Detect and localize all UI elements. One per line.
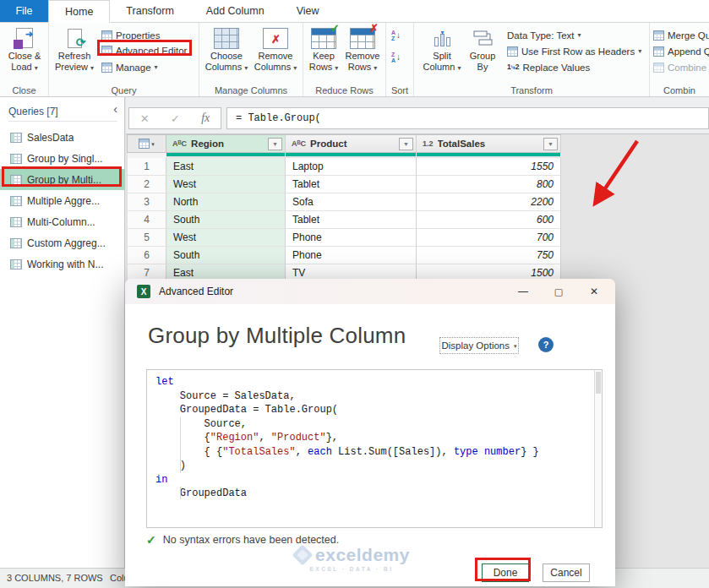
filter-dropdown-icon[interactable]: ▼	[268, 138, 282, 150]
cell-product[interactable]: Tablet	[286, 211, 417, 229]
sort-ascending-button[interactable]: AZ ↓	[391, 28, 401, 42]
cell-totalsales[interactable]: 700	[417, 229, 561, 247]
close-button[interactable]: ✕	[580, 279, 608, 304]
group-label-reduce-rows: Reduce Rows	[303, 85, 385, 95]
query-item[interactable]: Multi-Column...	[0, 211, 125, 232]
code-line: GroupedData = Table.Group(	[155, 403, 586, 417]
properties-button[interactable]: Properties	[101, 28, 160, 42]
caret-down-icon: ▾	[293, 64, 297, 72]
green-check-icon: ✓	[146, 533, 156, 547]
choose-columns-button[interactable]: Choose Columns ▾	[205, 26, 248, 73]
combine-files-icon	[653, 63, 664, 73]
cell-region[interactable]: West	[166, 176, 286, 193]
cell-totalsales[interactable]: 1550	[417, 158, 561, 176]
data-type-button[interactable]: Data Type: Text ▾	[507, 28, 581, 42]
query-item[interactable]: Group by Singl...	[0, 148, 125, 169]
cell-totalsales[interactable]: 600	[417, 211, 561, 229]
cell-totalsales[interactable]: 750	[417, 247, 561, 264]
collapse-pane-icon[interactable]: ‹	[113, 102, 117, 116]
commit-formula-icon[interactable]: ✓	[171, 112, 180, 125]
table-row: 2WestTablet800	[127, 176, 561, 193]
column-type-icon: AᴮC	[172, 139, 187, 148]
caret-down-icon: ▾	[638, 48, 641, 55]
row-number[interactable]: 5	[127, 229, 166, 247]
row-number[interactable]: 1	[127, 158, 166, 176]
status-columns-rows: 3 COLUMNS, 7 ROWS	[7, 573, 103, 583]
cell-region[interactable]: West	[166, 229, 286, 247]
cell-product[interactable]: Phone	[286, 247, 417, 264]
cancel-button[interactable]: Cancel	[543, 564, 590, 582]
ribbon-group-combine: Merge Que Append Q Combine F Combin	[650, 23, 709, 96]
query-item[interactable]: Multiple Aggre...	[0, 190, 125, 211]
tab-add-column[interactable]: Add Column	[190, 0, 281, 22]
code-editor[interactable]: let Source = SalesData, GroupedData = Ta…	[146, 369, 603, 528]
caret-down-icon: ▾	[457, 64, 461, 72]
cell-product[interactable]: Sofa	[286, 193, 417, 211]
remove-columns-button[interactable]: ✗ Remove Columns ▾	[252, 26, 299, 73]
table-row: 4SouthTablet600	[127, 211, 561, 229]
tab-file[interactable]: File	[0, 0, 48, 22]
merge-queries-button[interactable]: Merge Que	[653, 28, 709, 42]
remove-rows-button[interactable]: ✗ Remove Rows ▾	[342, 26, 383, 73]
preview-grid: ▾ AᴮCRegion▼AᴮCProduct▼1.2TotalSales▼ 1E…	[127, 134, 561, 282]
row-number[interactable]: 3	[127, 193, 166, 211]
close-and-load-button[interactable]: ➜ Close & Load ▾	[4, 26, 45, 73]
cell-region[interactable]: South	[166, 211, 286, 229]
excel-icon: X	[137, 285, 150, 298]
query-item-label: Multi-Column...	[27, 216, 95, 228]
maximize-button[interactable]: ▢	[544, 279, 573, 304]
advanced-editor-dialog: X Advanced Editor — ▢ ✕ Group by Multipl…	[125, 279, 615, 586]
query-item-label: Custom Aggreg...	[27, 237, 106, 249]
minimize-button[interactable]: —	[509, 279, 537, 304]
column-header-region[interactable]: AᴮCRegion▼	[166, 134, 286, 153]
query-table-icon	[10, 154, 22, 164]
replace-values-button[interactable]: 1⤷2 Replace Values	[507, 60, 590, 74]
formula-input[interactable]: = Table.Group(	[226, 107, 709, 129]
row-number[interactable]: 2	[127, 176, 166, 193]
append-queries-button[interactable]: Append Q	[653, 44, 709, 58]
advanced-editor-button[interactable]: Advanced Editor	[101, 43, 187, 57]
select-all-button[interactable]: ▾	[127, 134, 166, 153]
query-item[interactable]: Custom Aggreg...	[0, 232, 125, 253]
split-column-button[interactable]: ▾ Split Column ▾	[421, 26, 463, 73]
column-name: Region	[191, 139, 264, 149]
sort-descending-button[interactable]: ZA ↓	[391, 50, 401, 64]
cancel-formula-icon[interactable]: ✕	[140, 112, 150, 125]
display-options-dropdown[interactable]: Display Options ▾	[439, 337, 519, 354]
cell-region[interactable]: South	[166, 247, 286, 264]
query-item-label: Multiple Aggre...	[27, 195, 100, 207]
tab-home[interactable]: Home	[48, 0, 110, 23]
manage-icon	[101, 63, 112, 73]
tab-view[interactable]: View	[281, 0, 335, 22]
cell-product[interactable]: Phone	[286, 229, 417, 247]
cell-totalsales[interactable]: 2200	[417, 193, 561, 211]
refresh-preview-button[interactable]: ⟳ Refresh Preview ▾	[52, 26, 96, 73]
combine-files-button[interactable]: Combine F	[653, 60, 709, 74]
keep-rows-button[interactable]: ✓ Keep Rows ▾	[306, 26, 341, 73]
query-item[interactable]: Group by Multi...	[0, 169, 125, 190]
row-number[interactable]: 4	[127, 211, 166, 229]
filter-dropdown-icon[interactable]: ▼	[543, 138, 558, 150]
row-number[interactable]: 6	[127, 247, 166, 264]
column-header-product[interactable]: AᴮCProduct▼	[286, 134, 417, 153]
fx-icon[interactable]: fx	[201, 112, 210, 125]
cell-totalsales[interactable]: 800	[417, 176, 561, 193]
help-icon[interactable]: ?	[538, 337, 554, 352]
advanced-editor-icon	[101, 46, 112, 56]
query-item-label: SalesData	[27, 132, 74, 144]
group-by-button[interactable]: Group By	[465, 26, 500, 73]
done-button[interactable]: Done	[482, 564, 529, 582]
use-first-row-as-headers-button[interactable]: Use First Row as Headers ▾	[507, 44, 641, 58]
query-item[interactable]: SalesData	[0, 127, 125, 148]
filter-dropdown-icon[interactable]: ▼	[399, 138, 413, 150]
tab-transform[interactable]: Transform	[110, 0, 190, 22]
column-header-totalsales[interactable]: 1.2TotalSales▼	[417, 134, 561, 153]
replace-values-icon: 1⤷2	[507, 63, 520, 72]
query-item[interactable]: Working with N...	[0, 253, 125, 275]
cell-product[interactable]: Tablet	[286, 176, 417, 193]
cell-product[interactable]: Laptop	[286, 158, 417, 176]
manage-button[interactable]: Manage ▾	[101, 60, 158, 74]
cell-region[interactable]: East	[166, 158, 286, 176]
code-scrollbar[interactable]	[594, 370, 602, 527]
cell-region[interactable]: North	[166, 193, 286, 211]
